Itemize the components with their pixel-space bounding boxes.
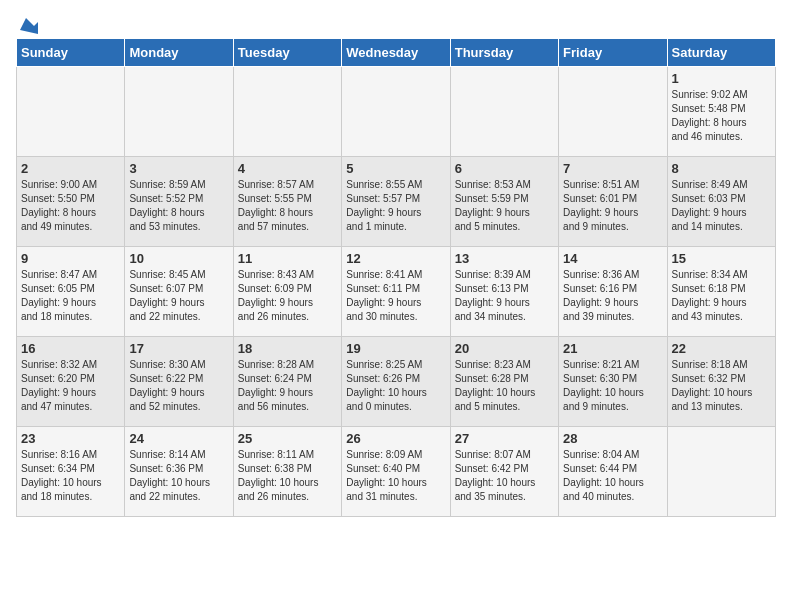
calendar-cell-w0d5 [559, 67, 667, 157]
day-detail: Sunrise: 8:53 AM Sunset: 5:59 PM Dayligh… [455, 178, 554, 234]
day-detail: Sunrise: 8:32 AM Sunset: 6:20 PM Dayligh… [21, 358, 120, 414]
day-number: 18 [238, 341, 337, 356]
day-detail: Sunrise: 8:55 AM Sunset: 5:57 PM Dayligh… [346, 178, 445, 234]
calendar-cell-w2d3: 12Sunrise: 8:41 AM Sunset: 6:11 PM Dayli… [342, 247, 450, 337]
day-detail: Sunrise: 9:02 AM Sunset: 5:48 PM Dayligh… [672, 88, 771, 144]
header [16, 16, 776, 30]
day-detail: Sunrise: 8:21 AM Sunset: 6:30 PM Dayligh… [563, 358, 662, 414]
day-detail: Sunrise: 8:18 AM Sunset: 6:32 PM Dayligh… [672, 358, 771, 414]
calendar-cell-w2d1: 10Sunrise: 8:45 AM Sunset: 6:07 PM Dayli… [125, 247, 233, 337]
day-number: 7 [563, 161, 662, 176]
day-number: 26 [346, 431, 445, 446]
day-detail: Sunrise: 8:25 AM Sunset: 6:26 PM Dayligh… [346, 358, 445, 414]
day-number: 27 [455, 431, 554, 446]
calendar-cell-w1d3: 5Sunrise: 8:55 AM Sunset: 5:57 PM Daylig… [342, 157, 450, 247]
calendar-cell-w1d5: 7Sunrise: 8:51 AM Sunset: 6:01 PM Daylig… [559, 157, 667, 247]
calendar-cell-w2d6: 15Sunrise: 8:34 AM Sunset: 6:18 PM Dayli… [667, 247, 775, 337]
day-number: 4 [238, 161, 337, 176]
day-detail: Sunrise: 8:23 AM Sunset: 6:28 PM Dayligh… [455, 358, 554, 414]
calendar-cell-w3d0: 16Sunrise: 8:32 AM Sunset: 6:20 PM Dayli… [17, 337, 125, 427]
day-number: 11 [238, 251, 337, 266]
day-number: 23 [21, 431, 120, 446]
day-detail: Sunrise: 8:45 AM Sunset: 6:07 PM Dayligh… [129, 268, 228, 324]
day-detail: Sunrise: 8:51 AM Sunset: 6:01 PM Dayligh… [563, 178, 662, 234]
calendar-cell-w1d0: 2Sunrise: 9:00 AM Sunset: 5:50 PM Daylig… [17, 157, 125, 247]
day-number: 10 [129, 251, 228, 266]
day-number: 6 [455, 161, 554, 176]
day-number: 19 [346, 341, 445, 356]
logo [16, 16, 38, 30]
calendar-cell-w4d6 [667, 427, 775, 517]
day-detail: Sunrise: 8:41 AM Sunset: 6:11 PM Dayligh… [346, 268, 445, 324]
day-detail: Sunrise: 9:00 AM Sunset: 5:50 PM Dayligh… [21, 178, 120, 234]
calendar-cell-w4d1: 24Sunrise: 8:14 AM Sunset: 6:36 PM Dayli… [125, 427, 233, 517]
day-detail: Sunrise: 8:49 AM Sunset: 6:03 PM Dayligh… [672, 178, 771, 234]
calendar-cell-w0d3 [342, 67, 450, 157]
calendar-cell-w2d5: 14Sunrise: 8:36 AM Sunset: 6:16 PM Dayli… [559, 247, 667, 337]
day-number: 16 [21, 341, 120, 356]
day-number: 25 [238, 431, 337, 446]
day-number: 12 [346, 251, 445, 266]
day-number: 28 [563, 431, 662, 446]
calendar-cell-w3d2: 18Sunrise: 8:28 AM Sunset: 6:24 PM Dayli… [233, 337, 341, 427]
calendar-cell-w3d4: 20Sunrise: 8:23 AM Sunset: 6:28 PM Dayli… [450, 337, 558, 427]
calendar-cell-w4d5: 28Sunrise: 8:04 AM Sunset: 6:44 PM Dayli… [559, 427, 667, 517]
calendar-cell-w2d2: 11Sunrise: 8:43 AM Sunset: 6:09 PM Dayli… [233, 247, 341, 337]
day-number: 24 [129, 431, 228, 446]
day-detail: Sunrise: 8:36 AM Sunset: 6:16 PM Dayligh… [563, 268, 662, 324]
calendar-cell-w1d2: 4Sunrise: 8:57 AM Sunset: 5:55 PM Daylig… [233, 157, 341, 247]
calendar-cell-w4d4: 27Sunrise: 8:07 AM Sunset: 6:42 PM Dayli… [450, 427, 558, 517]
day-number: 13 [455, 251, 554, 266]
day-detail: Sunrise: 8:09 AM Sunset: 6:40 PM Dayligh… [346, 448, 445, 504]
calendar-cell-w3d3: 19Sunrise: 8:25 AM Sunset: 6:26 PM Dayli… [342, 337, 450, 427]
calendar-table: SundayMondayTuesdayWednesdayThursdayFrid… [16, 38, 776, 517]
day-number: 22 [672, 341, 771, 356]
logo-icon [16, 16, 38, 34]
calendar-cell-w2d4: 13Sunrise: 8:39 AM Sunset: 6:13 PM Dayli… [450, 247, 558, 337]
weekday-header-saturday: Saturday [667, 39, 775, 67]
calendar-cell-w4d2: 25Sunrise: 8:11 AM Sunset: 6:38 PM Dayli… [233, 427, 341, 517]
weekday-header-tuesday: Tuesday [233, 39, 341, 67]
calendar-cell-w3d5: 21Sunrise: 8:21 AM Sunset: 6:30 PM Dayli… [559, 337, 667, 427]
calendar-cell-w0d0 [17, 67, 125, 157]
day-number: 20 [455, 341, 554, 356]
calendar-cell-w2d0: 9Sunrise: 8:47 AM Sunset: 6:05 PM Daylig… [17, 247, 125, 337]
day-detail: Sunrise: 8:59 AM Sunset: 5:52 PM Dayligh… [129, 178, 228, 234]
day-detail: Sunrise: 8:30 AM Sunset: 6:22 PM Dayligh… [129, 358, 228, 414]
calendar-cell-w1d4: 6Sunrise: 8:53 AM Sunset: 5:59 PM Daylig… [450, 157, 558, 247]
calendar-cell-w1d6: 8Sunrise: 8:49 AM Sunset: 6:03 PM Daylig… [667, 157, 775, 247]
calendar-cell-w4d0: 23Sunrise: 8:16 AM Sunset: 6:34 PM Dayli… [17, 427, 125, 517]
calendar-cell-w0d4 [450, 67, 558, 157]
calendar-cell-w0d2 [233, 67, 341, 157]
day-number: 5 [346, 161, 445, 176]
day-detail: Sunrise: 8:39 AM Sunset: 6:13 PM Dayligh… [455, 268, 554, 324]
day-detail: Sunrise: 8:57 AM Sunset: 5:55 PM Dayligh… [238, 178, 337, 234]
day-number: 8 [672, 161, 771, 176]
day-number: 2 [21, 161, 120, 176]
weekday-header-friday: Friday [559, 39, 667, 67]
day-detail: Sunrise: 8:16 AM Sunset: 6:34 PM Dayligh… [21, 448, 120, 504]
day-number: 9 [21, 251, 120, 266]
day-detail: Sunrise: 8:14 AM Sunset: 6:36 PM Dayligh… [129, 448, 228, 504]
calendar-cell-w3d6: 22Sunrise: 8:18 AM Sunset: 6:32 PM Dayli… [667, 337, 775, 427]
day-detail: Sunrise: 8:07 AM Sunset: 6:42 PM Dayligh… [455, 448, 554, 504]
svg-marker-0 [20, 18, 38, 34]
day-detail: Sunrise: 8:43 AM Sunset: 6:09 PM Dayligh… [238, 268, 337, 324]
weekday-header-thursday: Thursday [450, 39, 558, 67]
day-number: 15 [672, 251, 771, 266]
calendar-cell-w0d1 [125, 67, 233, 157]
day-detail: Sunrise: 8:34 AM Sunset: 6:18 PM Dayligh… [672, 268, 771, 324]
weekday-header-wednesday: Wednesday [342, 39, 450, 67]
day-detail: Sunrise: 8:47 AM Sunset: 6:05 PM Dayligh… [21, 268, 120, 324]
day-detail: Sunrise: 8:11 AM Sunset: 6:38 PM Dayligh… [238, 448, 337, 504]
day-number: 1 [672, 71, 771, 86]
day-number: 21 [563, 341, 662, 356]
day-number: 17 [129, 341, 228, 356]
day-detail: Sunrise: 8:04 AM Sunset: 6:44 PM Dayligh… [563, 448, 662, 504]
weekday-header-monday: Monday [125, 39, 233, 67]
day-number: 3 [129, 161, 228, 176]
calendar-cell-w4d3: 26Sunrise: 8:09 AM Sunset: 6:40 PM Dayli… [342, 427, 450, 517]
calendar-cell-w0d6: 1Sunrise: 9:02 AM Sunset: 5:48 PM Daylig… [667, 67, 775, 157]
calendar-cell-w1d1: 3Sunrise: 8:59 AM Sunset: 5:52 PM Daylig… [125, 157, 233, 247]
day-detail: Sunrise: 8:28 AM Sunset: 6:24 PM Dayligh… [238, 358, 337, 414]
